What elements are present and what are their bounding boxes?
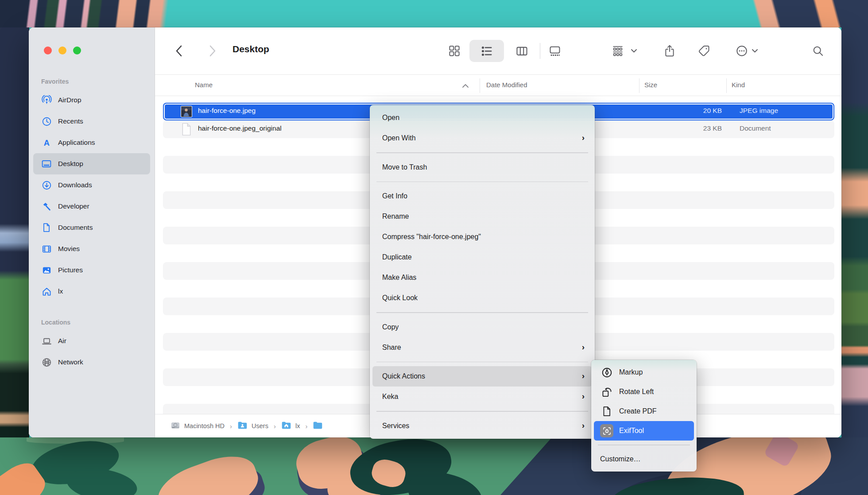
column-header-kind[interactable]: Kind bbox=[732, 81, 745, 89]
chevron-left-icon bbox=[177, 46, 181, 56]
breadcrumb-item-users[interactable]: Users bbox=[237, 420, 268, 432]
menu-item-open[interactable]: Open bbox=[372, 108, 592, 128]
toolbar-divider bbox=[540, 43, 540, 59]
menu-separator bbox=[598, 445, 690, 445]
breadcrumb-item[interactable] bbox=[313, 420, 323, 432]
sidebar-item-movies[interactable]: Movies bbox=[33, 238, 150, 259]
menu-item-move-to-trash[interactable]: Move to Trash bbox=[372, 157, 592, 178]
exiftool-icon bbox=[600, 424, 613, 437]
column-header-date[interactable]: Date Modified bbox=[486, 81, 527, 89]
menu-item-label: Rotate Left bbox=[619, 388, 654, 396]
breadcrumb-item-lx[interactable]: lx bbox=[281, 420, 300, 432]
sidebar-item-label: Movies bbox=[58, 245, 80, 253]
zoom-button[interactable] bbox=[73, 46, 81, 54]
file-name: hair-force-one.jpeg bbox=[198, 107, 256, 115]
sidebar-item-network[interactable]: Network bbox=[33, 352, 150, 373]
column-separator[interactable] bbox=[480, 78, 480, 93]
column-view-button[interactable] bbox=[512, 41, 532, 61]
column-separator[interactable] bbox=[639, 78, 639, 93]
folder-users-icon bbox=[237, 420, 248, 432]
breadcrumb-label: lx bbox=[295, 422, 300, 429]
sidebar-item-label: Recents bbox=[58, 117, 83, 125]
menu-item-copy[interactable]: Copy bbox=[372, 317, 592, 337]
column-separator[interactable] bbox=[726, 78, 727, 93]
folder-home-icon bbox=[281, 420, 291, 432]
back-button[interactable] bbox=[170, 42, 188, 60]
breadcrumb-item-macintosh-hd[interactable]: Macintosh HD bbox=[170, 421, 225, 432]
breadcrumb-separator: › bbox=[305, 422, 307, 430]
menu-item-markup[interactable]: Markup bbox=[594, 363, 694, 382]
sidebar-item-desktop[interactable]: Desktop bbox=[33, 153, 150, 174]
menu-item-make-alias[interactable]: Make Alias bbox=[372, 267, 592, 288]
forward-button[interactable] bbox=[203, 42, 221, 60]
menu-item-rotate-left[interactable]: Rotate Left bbox=[594, 382, 694, 402]
share-button[interactable] bbox=[659, 41, 680, 61]
close-button[interactable] bbox=[44, 46, 52, 54]
sidebar-item-downloads[interactable]: Downloads bbox=[33, 174, 150, 196]
list-view-button[interactable] bbox=[477, 41, 497, 61]
submenu-chevron-icon: › bbox=[582, 391, 585, 401]
photo-icon bbox=[41, 265, 52, 275]
gallery-view-button[interactable] bbox=[545, 41, 565, 61]
sidebar-item-label: Documents bbox=[58, 224, 93, 232]
sort-ascending-icon[interactable] bbox=[462, 84, 469, 88]
home-icon bbox=[41, 286, 52, 297]
sidebar-item-recents[interactable]: Recents bbox=[33, 111, 150, 132]
breadcrumb-separator: › bbox=[274, 422, 276, 430]
hammer-icon bbox=[41, 201, 52, 212]
menu-separator bbox=[376, 411, 588, 412]
search-button[interactable] bbox=[808, 41, 828, 61]
tag-button[interactable] bbox=[694, 41, 714, 61]
column-header-size[interactable]: Size bbox=[644, 81, 657, 89]
menu-item-keka[interactable]: Keka› bbox=[372, 387, 592, 407]
sidebar-item-label: Developer bbox=[58, 202, 89, 210]
quick-actions-submenu: MarkupRotate LeftCreate PDFExifToolCusto… bbox=[591, 360, 697, 472]
sidebar-item-label: lx bbox=[58, 287, 63, 295]
sidebar-item-lx[interactable]: lx bbox=[33, 281, 150, 302]
menu-item-exiftool[interactable]: ExifTool bbox=[594, 421, 694, 441]
menu-item-rename[interactable]: Rename bbox=[372, 206, 592, 227]
file-size: 23 KB bbox=[648, 124, 722, 132]
more-chevron-icon[interactable] bbox=[749, 41, 760, 61]
sidebar-item-pictures[interactable]: Pictures bbox=[33, 259, 150, 281]
menu-item-compress-hair-force-one-jpeg[interactable]: Compress "hair-force-one.jpeg" bbox=[372, 227, 592, 247]
menu-item-create-pdf[interactable]: Create PDF bbox=[594, 402, 694, 421]
menu-item-quick-look[interactable]: Quick Look bbox=[372, 288, 592, 308]
document-icon bbox=[41, 222, 52, 233]
menu-item-label: Move to Trash bbox=[382, 163, 427, 171]
sidebar-list: FavoritesAirDropRecentsAApplicationsDesk… bbox=[29, 73, 155, 373]
menu-separator bbox=[376, 362, 588, 363]
wallpaper-left-band bbox=[0, 27, 29, 495]
breadcrumb-label: Macintosh HD bbox=[184, 422, 225, 429]
svg-text:A: A bbox=[43, 138, 49, 147]
group-button[interactable] bbox=[608, 41, 628, 61]
sidebar-item-airdrop[interactable]: AirDrop bbox=[33, 89, 150, 111]
sidebar-item-air[interactable]: Air bbox=[33, 330, 150, 352]
menu-item-label: Share bbox=[382, 344, 401, 352]
airdrop-icon bbox=[41, 95, 52, 105]
sidebar-section-title: Favorites bbox=[29, 73, 155, 89]
menu-item-share[interactable]: Share› bbox=[372, 337, 592, 358]
sidebar-item-developer[interactable]: Developer bbox=[33, 196, 150, 217]
column-header-name[interactable]: Name bbox=[195, 81, 213, 89]
menu-item-open-with[interactable]: Open With› bbox=[372, 128, 592, 148]
sidebar-item-label: Pictures bbox=[58, 266, 83, 274]
menu-item-duplicate[interactable]: Duplicate bbox=[372, 247, 592, 267]
sidebar-item-label: AirDrop bbox=[58, 96, 81, 104]
menu-item-get-info[interactable]: Get Info bbox=[372, 186, 592, 206]
menu-item-label: Create PDF bbox=[619, 407, 656, 415]
sidebar: FavoritesAirDropRecentsAApplicationsDesk… bbox=[29, 27, 155, 437]
minimize-button[interactable] bbox=[58, 46, 66, 54]
wallpaper-topright-band bbox=[744, 0, 868, 27]
menu-item-services[interactable]: Services› bbox=[372, 416, 592, 436]
grid-view-button[interactable] bbox=[444, 41, 465, 61]
laptop-icon bbox=[41, 336, 52, 346]
menu-item-quick-actions[interactable]: Quick Actions› bbox=[372, 366, 592, 387]
sidebar-item-applications[interactable]: AApplications bbox=[33, 132, 150, 153]
menu-item-customize[interactable]: Customize… bbox=[594, 449, 694, 469]
group-chevron-icon[interactable] bbox=[628, 41, 639, 61]
sidebar-item-documents[interactable]: Documents bbox=[33, 217, 150, 238]
breadcrumb-label: Users bbox=[252, 422, 268, 429]
desktop-icon bbox=[41, 159, 52, 169]
hard-drive-icon bbox=[170, 421, 180, 432]
